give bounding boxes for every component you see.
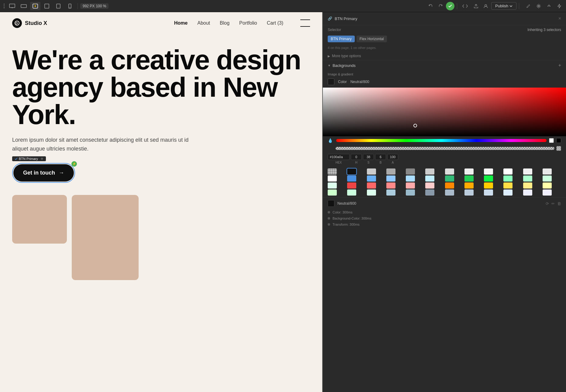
tag-btn-primary[interactable]: BTN Primary — [328, 36, 355, 42]
black-swatch[interactable] — [556, 138, 561, 143]
swatch-item[interactable] — [425, 182, 434, 189]
swatch-item[interactable] — [386, 182, 395, 189]
drag-handle[interactable] — [2, 2, 6, 9]
nav-home[interactable]: Home — [174, 20, 188, 26]
swatch-item[interactable] — [464, 189, 474, 196]
swatch-item[interactable] — [464, 168, 474, 175]
swatch-item[interactable] — [406, 168, 415, 175]
color-cursor[interactable] — [413, 124, 417, 127]
swatch-delete-btn[interactable]: 🗑 — [557, 201, 561, 206]
a-input-col: A — [387, 154, 398, 165]
swatch-item[interactable] — [445, 189, 454, 196]
swatch-item[interactable] — [523, 175, 532, 182]
swatch-item[interactable] — [367, 168, 376, 175]
swatch-item[interactable] — [445, 175, 454, 182]
b-input[interactable] — [375, 154, 386, 160]
swatch-item[interactable] — [503, 189, 513, 196]
swatch-item[interactable] — [503, 168, 513, 175]
code-btn[interactable] — [460, 2, 471, 10]
swatch-item[interactable] — [328, 175, 337, 182]
h-input[interactable] — [351, 154, 362, 160]
device-tablet-landscape-btn[interactable] — [19, 2, 29, 10]
selector-row: Selector Inheriting 3 selectors — [323, 25, 566, 34]
swatch-item[interactable] — [406, 182, 415, 189]
swatch-item[interactable] — [328, 168, 337, 175]
swatch-item[interactable] — [406, 175, 415, 182]
flash-icon-btn[interactable] — [555, 2, 564, 10]
swatch-item[interactable] — [484, 175, 493, 182]
eyedropper-btn[interactable]: 💧 — [328, 138, 334, 143]
swatch-item[interactable] — [543, 168, 552, 175]
swatch-item[interactable] — [464, 175, 474, 182]
swatch-item[interactable] — [328, 189, 337, 196]
color-swatch[interactable] — [328, 78, 334, 85]
tag-btn-flex[interactable]: Flex Horizontal — [357, 36, 387, 42]
swatch-item[interactable] — [523, 168, 532, 175]
white-swatch[interactable] — [549, 138, 554, 143]
hamburger-menu[interactable] — [300, 19, 310, 27]
swatch-item[interactable] — [503, 175, 513, 182]
voice-icon-btn[interactable] — [545, 2, 553, 10]
backgrounds-add-btn[interactable]: + — [558, 63, 561, 68]
transparency-slider[interactable] — [336, 147, 554, 150]
backgrounds-section-header[interactable]: ▼ Backgrounds + — [323, 60, 566, 71]
device-tablet-small-btn[interactable] — [53, 2, 64, 10]
swatch-item[interactable] — [386, 168, 395, 175]
s-input[interactable] — [363, 154, 374, 160]
btn-gear-icon[interactable] — [40, 157, 43, 160]
panel-close-btn[interactable]: × — [558, 16, 561, 21]
swatch-item[interactable] — [367, 182, 376, 189]
device-desktop-btn[interactable] — [7, 2, 17, 10]
settings-icon-btn[interactable] — [534, 2, 543, 10]
swatch-item[interactable] — [328, 182, 337, 189]
swatch-cycle-btn[interactable]: ⟳ — [546, 201, 549, 206]
swatch-item[interactable] — [347, 175, 356, 182]
undo-btn[interactable] — [426, 2, 435, 10]
swatch-item[interactable] — [523, 189, 532, 196]
swatch-item[interactable] — [543, 189, 552, 196]
swatch-edit-btn[interactable]: ✏ — [551, 201, 555, 206]
share-btn[interactable] — [472, 2, 480, 10]
main-area: Studio X Home About Blog Portfolio Cart … — [0, 12, 566, 392]
hex-input[interactable] — [328, 154, 350, 160]
swatch-item[interactable] — [445, 182, 454, 189]
swatch-item[interactable] — [543, 175, 552, 182]
check-indicator[interactable] — [446, 2, 454, 10]
nav-blog[interactable]: Blog — [220, 20, 230, 26]
nav-portfolio[interactable]: Portfolio — [239, 20, 257, 26]
swatch-item[interactable] — [367, 175, 376, 182]
device-mobile-btn[interactable] — [65, 2, 75, 10]
swatch-item[interactable] — [464, 182, 474, 189]
swatch-item[interactable] — [406, 189, 415, 196]
nav-about[interactable]: About — [197, 20, 210, 26]
cta-button[interactable]: Get in touch → — [13, 164, 74, 182]
device-current-btn[interactable] — [30, 2, 40, 10]
redo-btn[interactable] — [436, 2, 445, 10]
more-type-row[interactable]: ▶ More type options — [323, 52, 566, 60]
a-input[interactable] — [387, 154, 398, 160]
swatch-item[interactable] — [484, 168, 493, 175]
swatch-item[interactable] — [484, 182, 493, 189]
device-tablet-square-btn[interactable] — [42, 2, 52, 10]
nav-cart[interactable]: Cart (3) — [267, 20, 283, 26]
swatch-item[interactable] — [425, 168, 434, 175]
swatch-item[interactable] — [523, 182, 532, 189]
swatch-item[interactable] — [347, 168, 356, 175]
swatch-item[interactable] — [484, 189, 493, 196]
swatch-item[interactable] — [367, 189, 376, 196]
pencil-icon-btn[interactable] — [524, 2, 533, 10]
svg-point-17 — [15, 21, 19, 25]
swatch-item[interactable] — [386, 189, 395, 196]
publish-btn[interactable]: Publish — [491, 2, 516, 10]
swatch-item[interactable] — [425, 175, 434, 182]
swatch-item[interactable] — [445, 168, 454, 175]
swatch-item[interactable] — [425, 189, 434, 196]
swatch-item[interactable] — [347, 182, 356, 189]
hue-slider[interactable] — [336, 139, 547, 142]
swatch-item[interactable] — [347, 189, 356, 196]
color-gradient[interactable] — [323, 88, 566, 136]
swatch-item[interactable] — [386, 175, 395, 182]
swatch-item[interactable] — [543, 182, 552, 189]
profile-icon-btn[interactable] — [481, 2, 490, 10]
swatch-item[interactable] — [503, 182, 513, 189]
